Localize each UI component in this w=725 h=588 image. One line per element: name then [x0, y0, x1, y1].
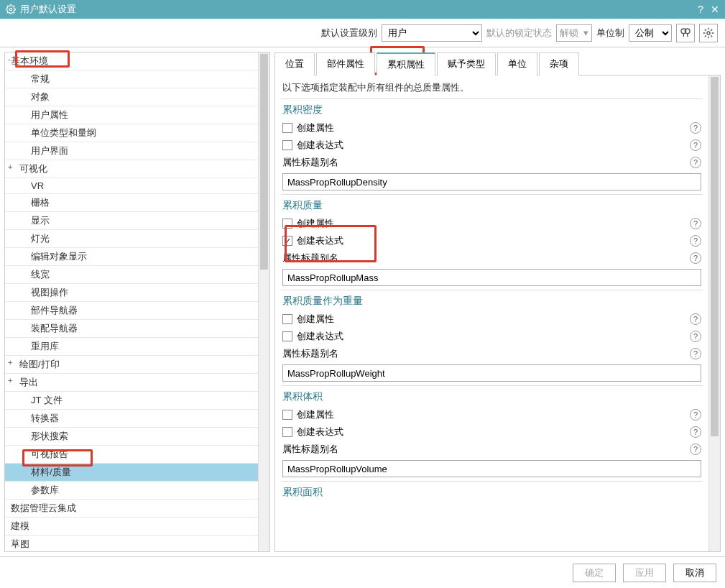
alias-input[interactable] — [282, 364, 701, 382]
tree-item[interactable]: 转换器 — [5, 410, 258, 428]
tree-item[interactable]: 常规 — [5, 70, 258, 88]
tree-item-label: 编辑对象显示 — [31, 251, 87, 262]
help-icon[interactable]: ? — [690, 313, 701, 325]
checkbox-label: 创建表达式 — [297, 234, 343, 247]
help-button[interactable]: ? — [698, 4, 703, 15]
checkbox[interactable] — [282, 140, 292, 150]
checkbox-label: 创建属性 — [297, 121, 334, 134]
tree-item[interactable]: 形状搜索 — [5, 428, 258, 446]
tree-item-label: 对象 — [31, 91, 50, 102]
close-button[interactable]: ✕ — [711, 4, 719, 15]
help-icon[interactable]: ? — [690, 331, 701, 342]
tree-item[interactable]: 装配导航器 — [5, 320, 258, 338]
help-icon[interactable]: ? — [690, 157, 701, 168]
expand-icon[interactable]: - — [8, 55, 11, 63]
tree-item[interactable]: +可视化 — [5, 160, 258, 178]
tab[interactable]: 杂项 — [539, 52, 579, 75]
tab[interactable]: 累积属性 — [377, 52, 435, 75]
tree-item[interactable]: 部件导航器 — [5, 302, 258, 320]
tree-item[interactable]: 草图 — [5, 536, 258, 551]
section: 累积质量作为重量创建属性?创建表达式?属性标题别名? — [281, 290, 703, 384]
tree-item[interactable]: 用户界面 — [5, 142, 258, 160]
tree-item[interactable]: 灯光 — [5, 230, 258, 248]
cancel-button[interactable]: 取消 — [673, 564, 716, 582]
tree-item[interactable]: 栅格 — [5, 194, 258, 212]
tree-item-label: 灯光 — [31, 233, 50, 244]
tree-item[interactable]: 重用库 — [5, 338, 258, 356]
help-icon[interactable]: ? — [690, 426, 701, 438]
section-title: 累积质量 — [281, 198, 703, 215]
checkbox[interactable] — [282, 427, 292, 437]
section: 累积面积 — [281, 481, 703, 502]
help-icon[interactable]: ? — [690, 252, 701, 264]
help-icon[interactable]: ? — [690, 409, 701, 421]
tree-item[interactable]: -基本环境 — [5, 52, 258, 70]
tree-scrollbar[interactable] — [258, 52, 269, 551]
expand-icon[interactable]: + — [8, 162, 12, 171]
checkbox[interactable] — [282, 219, 292, 229]
content-scrollbar[interactable] — [708, 75, 720, 551]
unit-select[interactable]: 公制 — [629, 24, 672, 42]
tab[interactable]: 单位 — [497, 52, 537, 75]
tree-item-label: 栅格 — [31, 197, 50, 208]
search-icon[interactable] — [676, 24, 695, 42]
tree-item[interactable]: 单位类型和量纲 — [5, 124, 258, 142]
help-icon[interactable]: ? — [690, 218, 701, 229]
tree-item[interactable]: 材料/质量 — [5, 464, 258, 482]
level-select[interactable]: 用户 — [382, 24, 482, 42]
alias-input[interactable] — [282, 460, 701, 477]
checkbox[interactable] — [282, 314, 292, 324]
help-icon[interactable]: ? — [690, 122, 701, 134]
tree-item[interactable]: 视图操作 — [5, 284, 258, 302]
tree-item-label: 可视报告 — [31, 449, 68, 459]
tree-item[interactable]: +绘图/打印 — [5, 356, 258, 374]
tree-item-label: 建模 — [11, 520, 29, 531]
tree-item[interactable]: 数据管理云集成 — [5, 500, 258, 518]
tree-item[interactable]: 编辑对象显示 — [5, 248, 258, 266]
checkbox-label: 创建属性 — [297, 217, 334, 230]
section-title: 累积质量作为重量 — [281, 293, 703, 311]
tree-item-label: 可视化 — [19, 163, 47, 174]
lock-select: 解锁▾ — [556, 24, 592, 42]
checkbox[interactable]: ✓ — [282, 236, 292, 246]
alias-input[interactable] — [282, 173, 701, 190]
alias-input[interactable] — [282, 269, 701, 286]
tree-item[interactable]: 可视报告 — [5, 446, 258, 464]
tree-item[interactable]: 对象 — [5, 88, 258, 106]
tree-item[interactable]: 参数库 — [5, 482, 258, 500]
tree-item[interactable]: JT 文件 — [5, 392, 258, 410]
content-description: 以下选项指定装配中所有组件的总质量属性。 — [275, 78, 708, 97]
svg-point-5 — [707, 32, 710, 35]
help-icon[interactable]: ? — [690, 139, 701, 151]
help-icon[interactable]: ? — [690, 348, 701, 359]
tree-item[interactable]: 建模 — [5, 518, 258, 536]
expand-icon[interactable]: + — [8, 358, 12, 367]
gear-icon — [6, 4, 16, 14]
tab[interactable]: 赋予类型 — [437, 52, 496, 75]
help-icon[interactable]: ? — [690, 235, 701, 247]
tree-item[interactable]: 线宽 — [5, 266, 258, 284]
level-label: 默认设置级别 — [321, 27, 377, 40]
settings-icon[interactable] — [699, 24, 718, 42]
tree-item-label: VR — [31, 180, 44, 191]
help-icon[interactable]: ? — [690, 444, 701, 455]
alias-label: 属性标题别名 — [282, 252, 338, 265]
checkbox[interactable] — [282, 331, 292, 341]
tree-item[interactable]: 用户属性 — [5, 106, 258, 124]
ok-button[interactable]: 确定 — [573, 564, 616, 582]
tab[interactable]: 部件属性 — [316, 52, 375, 75]
tab[interactable]: 位置 — [274, 52, 315, 75]
checkbox[interactable] — [282, 410, 292, 420]
tree-item-label: 部件导航器 — [31, 305, 78, 316]
tree-item[interactable]: +导出 — [5, 374, 258, 392]
tree-item[interactable]: 显示 — [5, 212, 258, 230]
tree-item-label: 草图 — [11, 538, 29, 549]
tree-item[interactable]: VR — [5, 178, 258, 194]
section: 累积密度创建属性?创建表达式?属性标题别名? — [281, 98, 703, 193]
expand-icon[interactable]: + — [8, 376, 12, 385]
apply-button[interactable]: 应用 — [623, 564, 666, 582]
nav-tree[interactable]: -基本环境常规对象用户属性单位类型和量纲用户界面+可视化VR栅格显示灯光编辑对象… — [5, 52, 258, 551]
nav-tree-container: -基本环境常规对象用户属性单位类型和量纲用户界面+可视化VR栅格显示灯光编辑对象… — [4, 52, 270, 552]
tabs: 位置部件属性累积属性赋予类型单位杂项 — [274, 52, 721, 75]
checkbox[interactable] — [282, 123, 292, 133]
